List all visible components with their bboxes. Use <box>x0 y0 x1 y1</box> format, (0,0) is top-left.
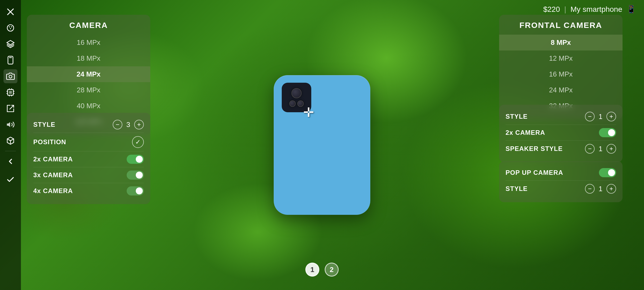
popup-stepper: − 1 + <box>585 184 616 194</box>
speaker-stepper: − 1 + <box>585 144 616 154</box>
camera2x-label: 2x CAMERA <box>33 155 73 163</box>
camera-lens-3 <box>297 100 304 107</box>
popup-label: POP UP CAMERA <box>506 169 563 176</box>
popup-toggle[interactable] <box>599 168 616 177</box>
camera3x-label: 3x CAMERA <box>33 171 73 179</box>
svg-point-9 <box>9 75 12 78</box>
frontal-option-24mpx[interactable]: 24 MPx <box>499 82 623 98</box>
popup-style-value: 1 <box>598 185 603 193</box>
header-divider: | <box>564 5 566 14</box>
rcamera2x-toggle-knob <box>608 129 615 136</box>
camera-option-18mpx[interactable]: 18 MPx <box>27 50 150 66</box>
camera4x-toggle-knob <box>136 187 143 194</box>
popup-style-row: STYLE − 1 + <box>506 181 616 197</box>
rstyle-value: 1 <box>598 113 603 121</box>
camera-lens-2 <box>289 100 296 107</box>
phone-preview: ✛ <box>274 75 370 215</box>
popup-style-increment[interactable]: + <box>606 184 616 194</box>
rstyle-option-row: STYLE − 1 + <box>506 108 616 125</box>
style-increment[interactable]: + <box>134 120 144 129</box>
rstyle-stepper: − 1 + <box>585 112 616 121</box>
speaker-value: 1 <box>598 145 603 153</box>
rcamera2x-toggle[interactable] <box>599 128 616 137</box>
svg-marker-6 <box>7 41 14 45</box>
camera4x-option-row: 4x CAMERA <box>33 183 144 199</box>
svg-point-2 <box>7 25 14 31</box>
rcamera2x-option-row: 2x CAMERA <box>506 125 616 141</box>
options-panel: STYLE − 3 + POSITION ✓ 2x CAMERA 3x CAME… <box>27 113 150 204</box>
speaker-label: SPEAKER STYLE <box>506 145 563 153</box>
svg-marker-20 <box>7 122 10 127</box>
camera-option-28mpx[interactable]: 28 MPx <box>27 82 150 98</box>
svg-line-23 <box>7 139 10 141</box>
speaker-option-row: SPEAKER STYLE − 1 + <box>506 141 616 157</box>
frontal-camera-title: FRONTAL CAMERA <box>499 15 623 35</box>
frontal-option-8mpx[interactable]: 8 MPx <box>499 35 623 50</box>
speaker-increment[interactable]: + <box>606 144 616 154</box>
frontal-option-16mpx[interactable]: 16 MPx <box>499 66 623 82</box>
svg-line-22 <box>10 139 14 141</box>
camera2x-toggle-knob <box>136 156 143 163</box>
camera-option-24mpx[interactable]: 24 MPx <box>27 66 150 82</box>
camera4x-label: 4x CAMERA <box>33 187 73 195</box>
style-option-row: STYLE − 3 + <box>33 117 144 133</box>
camera-panel-title: CAMERA <box>27 15 150 35</box>
svg-rect-11 <box>9 91 12 94</box>
style-decrement[interactable]: − <box>113 120 122 129</box>
camera3x-toggle[interactable] <box>127 171 144 180</box>
sidebar-item-export[interactable] <box>3 102 17 115</box>
popup-option-row: POP UP CAMERA <box>506 165 616 181</box>
camera3x-option-row: 3x CAMERA <box>33 167 144 183</box>
sidebar-item-audio[interactable] <box>3 118 17 132</box>
position-check[interactable]: ✓ <box>132 136 144 148</box>
svg-point-4 <box>11 26 12 27</box>
rstyle-label: STYLE <box>506 113 528 120</box>
camera-lens-main <box>291 88 302 98</box>
move-cursor-icon: ✛ <box>303 105 314 120</box>
speaker-decrement[interactable]: − <box>585 144 595 154</box>
camera3x-toggle-knob <box>136 172 143 179</box>
sidebar-item-phone[interactable] <box>3 53 17 67</box>
phone-body[interactable]: ✛ <box>274 75 370 215</box>
position-option-row: POSITION ✓ <box>33 133 144 151</box>
frontal-option-12mpx[interactable]: 12 MPx <box>499 50 623 66</box>
header-phone-icon: 📱 <box>627 5 636 14</box>
rstyle-decrement[interactable]: − <box>585 112 595 121</box>
sidebar-divider <box>5 151 16 151</box>
style-value: 3 <box>126 121 131 129</box>
style-stepper: − 3 + <box>113 120 144 129</box>
svg-point-3 <box>9 26 10 27</box>
popup-style-label: STYLE <box>506 185 528 193</box>
camera4x-toggle[interactable] <box>127 186 144 195</box>
position-label: POSITION <box>33 138 66 146</box>
frontal-camera-panel: FRONTAL CAMERA 8 MPx 12 MPx 16 MPx 24 MP… <box>499 15 623 119</box>
sidebar <box>0 0 21 290</box>
sidebar-item-back[interactable] <box>3 154 17 168</box>
camera2x-toggle[interactable] <box>127 155 144 164</box>
sidebar-item-chip[interactable] <box>3 85 17 99</box>
sidebar-item-confirm[interactable] <box>3 173 17 187</box>
popup-toggle-knob <box>608 169 615 176</box>
sidebar-item-layers[interactable] <box>3 37 17 51</box>
sidebar-item-palette[interactable] <box>3 21 17 35</box>
svg-point-5 <box>10 28 11 29</box>
sidebar-item-cube[interactable] <box>3 134 17 148</box>
style-label: STYLE <box>33 121 55 128</box>
style-panel: STYLE − 1 + 2x CAMERA SPEAKER STYLE − 1 … <box>499 105 623 162</box>
camera-option-16mpx[interactable]: 16 MPx <box>27 35 150 50</box>
popup-panel: POP UP CAMERA STYLE − 1 + <box>499 161 623 202</box>
popup-style-decrement[interactable]: − <box>585 184 595 194</box>
page-dots: 1 2 <box>305 263 339 277</box>
camera2x-option-row: 2x CAMERA <box>33 151 144 167</box>
header-device-name: My smartphone <box>570 5 622 14</box>
rcamera2x-label: 2x CAMERA <box>506 129 545 136</box>
camera-lenses-row <box>289 100 304 107</box>
page-dot-2[interactable]: 2 <box>325 263 339 277</box>
page-dot-1[interactable]: 1 <box>305 263 319 277</box>
sidebar-item-close[interactable] <box>3 5 17 19</box>
rstyle-increment[interactable]: + <box>606 112 616 121</box>
sidebar-item-camera[interactable] <box>3 69 17 83</box>
camera-option-40mpx[interactable]: 40 MPx <box>27 98 150 114</box>
header-price: $220 <box>543 5 560 14</box>
